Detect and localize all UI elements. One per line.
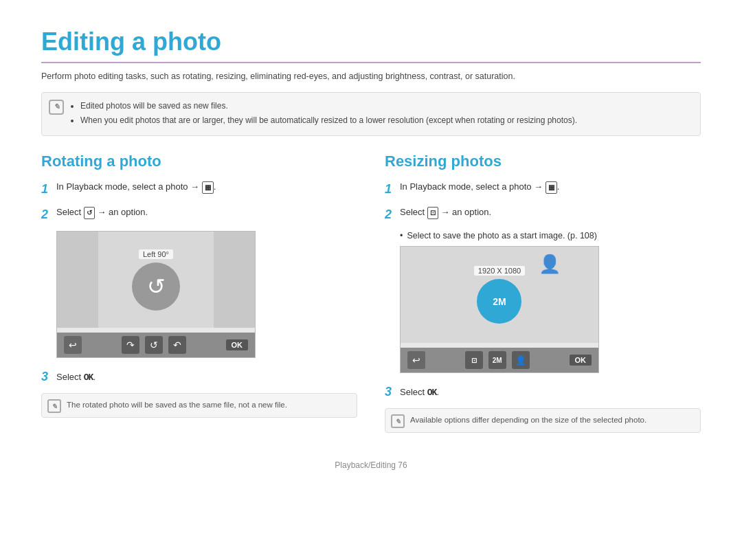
rotate-btn-ccw[interactable]: ↶ <box>168 336 186 354</box>
step-num-2: 2 <box>41 205 52 224</box>
note-line-2: When you edit photos that are or larger,… <box>80 114 690 127</box>
resize-btn-group: ⊡ 2M 👤 <box>465 351 530 369</box>
rotating-step2: 2 Select ↺ → an option. <box>41 205 357 224</box>
two-column-layout: Rotating a photo 1 In Playback mode, sel… <box>41 153 701 432</box>
step-num-1: 1 <box>41 180 52 199</box>
rotate-left-panel <box>57 232 98 328</box>
resizing-title: Resizing photos <box>385 153 701 170</box>
resize-bottom-bar: ↩ ⊡ 2M 👤 OK <box>401 348 598 372</box>
resize-edit-icon: ▦ <box>546 181 557 194</box>
rotating-note-box: ✎ The rotated photo will be saved as the… <box>41 393 357 417</box>
rotating-title: Rotating a photo <box>41 153 357 170</box>
rotate-circle: ↺ <box>132 262 180 311</box>
page-subtitle: Perform photo editing tasks, such as rot… <box>41 71 701 81</box>
resize-icon-inline: ⊡ <box>427 207 438 219</box>
rotating-step3: 3 Select OK. <box>41 368 357 386</box>
resize-ok-label: OK <box>427 388 437 398</box>
rotate-back-btn[interactable]: ↩ <box>64 336 82 354</box>
rotate-right-panel <box>214 232 255 328</box>
main-note-box: ✎ Edited photos will be saved as new fil… <box>41 92 701 136</box>
resize-step3-text: Select OK. <box>400 385 701 400</box>
step3-text: Select OK. <box>56 370 357 385</box>
rotate-btn-right[interactable]: ↷ <box>122 336 139 354</box>
resizing-section: Resizing photos 1 In Playback mode, sele… <box>385 153 701 432</box>
resize-btn-person[interactable]: 👤 <box>512 351 530 369</box>
resize-camera-screen: 👤 1920 X 1080 2M ↩ ⊡ 2M 👤 OK <box>400 246 599 373</box>
resizing-note-icon: ✎ <box>391 414 405 428</box>
step2-text: Select ↺ → an option. <box>56 205 357 219</box>
resize-screen-area: 👤 1920 X 1080 2M <box>401 247 598 343</box>
rotating-step1: 1 In Playback mode, select a photo → ▦. <box>41 180 357 199</box>
resizing-step1: 1 In Playback mode, select a photo → ▦. <box>385 180 701 199</box>
rotate-screen-area: Left 90° ↺ <box>57 232 255 328</box>
resize-ok-btn[interactable]: OK <box>570 355 592 366</box>
step-num-3: 3 <box>41 368 52 386</box>
rotating-section: Rotating a photo 1 In Playback mode, sel… <box>41 153 357 432</box>
rotate-btn-left[interactable]: ↺ <box>145 336 163 354</box>
resizing-step3: 3 Select OK. <box>385 383 701 401</box>
rotate-ok-btn[interactable]: OK <box>226 339 249 350</box>
rotate-bottom-bar: ↩ ↷ ↺ ↶ OK <box>57 333 255 357</box>
resize-btn-small[interactable]: ⊡ <box>465 351 483 369</box>
resizing-note-box: ✎ Available options differ depending on … <box>385 408 701 432</box>
resize-step-num-2: 2 <box>385 205 396 224</box>
rotate-icon-inline: ↺ <box>84 207 95 219</box>
page-footer: Playback/Editing 76 <box>41 460 701 470</box>
edit-icon-inline: ▦ <box>202 181 214 194</box>
resize-step1-text: In Playback mode, select a photo → ▦. <box>400 180 701 194</box>
rotate-camera-screen: Left 90° ↺ ↩ ↷ ↺ ↶ OK <box>56 231 256 358</box>
rotating-note-icon: ✎ <box>47 399 61 413</box>
page-title: Editing a photo <box>41 27 701 63</box>
resize-circle: 2M <box>477 279 521 324</box>
ok-label: OK <box>84 372 93 383</box>
resize-step-num-3: 3 <box>385 383 396 401</box>
note-line-1: Edited photos will be saved as new files… <box>80 100 690 113</box>
person-silhouette: 👤 <box>539 254 561 275</box>
resize-step-num-1: 1 <box>385 180 396 199</box>
left90-label: Left 90° <box>139 249 173 259</box>
note-icon: ✎ <box>49 100 64 115</box>
rotate-btn-group: ↷ ↺ ↶ <box>122 336 186 354</box>
resizing-step2: 2 Select ⊡ → an option. <box>385 205 701 224</box>
resize-btn-2m[interactable]: 2M <box>488 351 506 369</box>
step1-text: In Playback mode, select a photo → ▦. <box>56 180 357 194</box>
resizing-step2-sub: • Select to save the photo as a start im… <box>400 231 701 240</box>
rotating-note-text: The rotated photo will be saved as the s… <box>67 401 287 409</box>
resizing-note-text: Available options differ depending on th… <box>410 416 647 424</box>
resize-back-btn[interactable]: ↩ <box>407 351 425 369</box>
resize-step2-text: Select ⊡ → an option. <box>400 205 701 219</box>
resolution-label: 1920 X 1080 <box>474 266 525 276</box>
